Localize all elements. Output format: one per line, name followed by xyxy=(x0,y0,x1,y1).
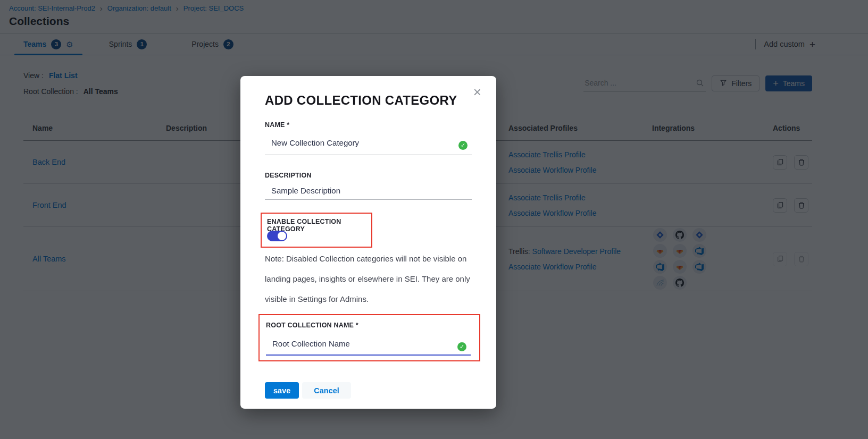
description-input[interactable] xyxy=(265,182,472,200)
root-collection-name-field: ✓ xyxy=(266,334,471,356)
name-input[interactable] xyxy=(265,133,472,155)
annotation-box-root-collection-name: ROOT COLLECTION NAME * ✓ xyxy=(258,314,480,361)
add-collection-category-modal: × ADD COLLECTION CATEGORY NAME * ✓ DESCR… xyxy=(240,76,496,409)
toggle-knob xyxy=(278,232,286,240)
save-button[interactable]: save xyxy=(265,382,299,399)
valid-check-icon: ✓ xyxy=(457,342,466,351)
root-collection-name-label: ROOT COLLECTION NAME * xyxy=(266,322,471,329)
note-line: visible in Settings for Admins. xyxy=(265,289,475,309)
cancel-button[interactable]: Cancel xyxy=(302,382,351,399)
description-field xyxy=(265,182,472,200)
note-line: Note: Disabled Collection categories wil… xyxy=(265,249,475,269)
root-collection-name-input[interactable] xyxy=(266,334,471,356)
name-field: ✓ xyxy=(265,133,472,155)
note-line: landing pages, insights or elsewhere in … xyxy=(265,269,475,289)
valid-check-icon: ✓ xyxy=(458,141,468,150)
enable-collection-category-label: ENABLE COLLECTION CATEGORY xyxy=(267,218,366,225)
annotation-box-enable-category: ENABLE COLLECTION CATEGORY xyxy=(261,213,372,248)
description-field-label: DESCRIPTION xyxy=(265,172,472,179)
modal-actions: save Cancel xyxy=(265,382,472,399)
name-field-label: NAME * xyxy=(265,121,472,129)
modal-title: ADD COLLECTION CATEGORY xyxy=(265,93,472,108)
close-icon[interactable]: × xyxy=(470,85,485,99)
disabled-categories-note: Note: Disabled Collection categories wil… xyxy=(265,249,475,309)
enable-collection-category-toggle[interactable] xyxy=(267,231,287,241)
